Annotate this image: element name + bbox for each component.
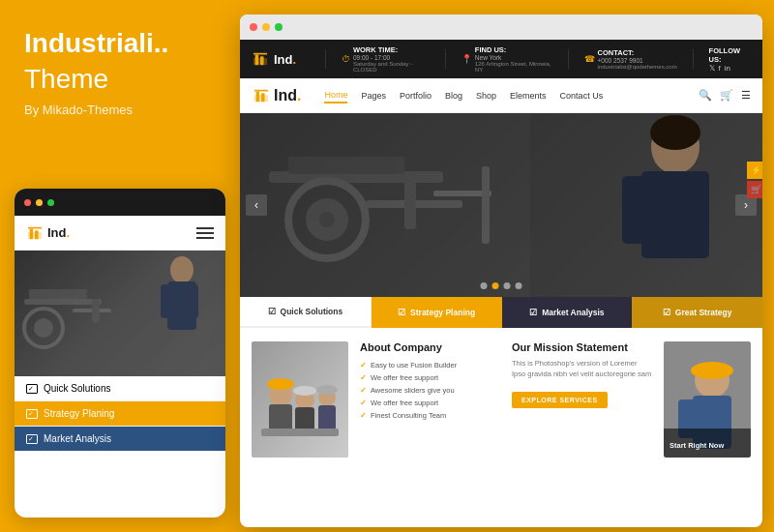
about-company-col: About Company ✓ Easy to use Fusion Build… [360,341,500,508]
contact-email: industrialist@qodethemes.com [598,64,677,70]
check-list: ✓ Easy to use Fusion Builder ✓ We offer … [360,361,500,420]
nav-elements[interactable]: Elements [510,89,547,103]
tab-check-icon [26,384,38,394]
nav-home[interactable]: Home [324,88,347,103]
hero-overlay [240,113,762,297]
mobile-tab-label-3: Market Analysis [44,433,111,444]
facebook-icon[interactable]: f [719,64,721,73]
slider-dot-4[interactable] [516,282,522,289]
browser-dot-minimize[interactable] [262,23,270,31]
social-icons: 𝕏 f in [709,64,751,73]
mobile-nav: Ind. [15,216,225,251]
check-text-3: Awesome sliders give you [371,386,455,395]
check-mark-2: ✓ [360,373,367,382]
mobile-tab-strategy-planing[interactable]: Strategy Planing [15,401,225,427]
mobile-logo-text: Ind. [47,225,70,240]
site-navbar: Ind. Home Pages Portfolio Blog Shop Elem… [240,78,762,113]
topbar-divider-3 [568,49,569,69]
browser-titlebar [240,15,762,40]
svg-rect-15 [255,55,259,66]
hero-side-buttons: ⚡ 🛒 [747,162,762,198]
site-top-logo: Ind. [252,51,310,67]
svg-rect-19 [256,91,260,102]
tab-label-1: Quick Solutions [281,307,343,316]
explore-services-button[interactable]: EXPLORE SERVICES [512,392,608,408]
check-text-4: We offer free support [371,399,438,407]
browser-dot-maximize[interactable] [275,23,283,31]
theme-author: By Mikado-Themes [24,103,208,117]
check-item-2: ✓ We offer free support [360,373,500,382]
twitter-icon[interactable]: 𝕏 [709,64,715,73]
topbar-divider-2 [445,49,446,69]
hero-side-btn-2[interactable]: 🛒 [747,181,762,198]
nav-logo-icon [252,88,271,103]
check-mark-4: ✓ [360,399,367,407]
search-icon[interactable]: 🔍 [699,89,712,102]
about-title: About Company [360,341,500,353]
section-tabs: ☑ Quick Solutions ☑ Strategy Planing ☑ M… [240,297,762,328]
location-icon: 📍 [461,54,472,64]
clock-icon: ⏱ [342,54,350,64]
mission-title: Our Mission Statement [512,341,652,353]
browser-dot-close[interactable] [250,23,257,31]
topbar-social: FOLLOW US: 𝕏 f in [709,46,751,73]
nav-contact[interactable]: Contact Us [560,89,604,103]
tab-check-icon-3 [26,434,38,444]
work-days: Saturday and Sunday - CLOSED [353,61,430,73]
tab-market-analysis[interactable]: ☑ Market Analysis [502,297,633,328]
svg-point-44 [293,386,316,396]
mobile-titlebar [15,189,225,216]
svg-rect-1 [30,228,34,239]
nav-right-icons: 🔍 🛒 ☰ [699,89,751,102]
find-address: 126 Arlington Street, Minneia, NY [475,61,552,73]
mobile-tabs: Quick Solutions Strategy Planing Market … [15,376,225,452]
instagram-icon[interactable]: in [725,64,730,73]
cart-icon[interactable]: 🛒 [720,89,733,102]
mobile-menu-button[interactable] [196,227,214,239]
check-text-5: Finest Consulting Team [371,411,446,420]
tab-icon-1: ☑ [268,307,276,316]
mobile-tab-market-analysis[interactable]: Market Analysis [15,427,225,452]
slider-dot-1[interactable] [481,282,488,289]
hero-prev-button[interactable]: ‹ [246,194,267,216]
slider-dot-3[interactable] [504,282,511,289]
check-mark-3: ✓ [360,386,367,395]
nav-portfolio[interactable]: Portfolio [400,89,432,103]
svg-point-41 [267,378,294,390]
slider-dot-2[interactable] [492,282,499,289]
find-label: FIND US: [475,45,552,54]
mission-col: Our Mission Statement This is Photoshop'… [512,341,652,508]
topbar-worktime: ⏱ WORK TIME: 09:00 - 17:00 Saturday and … [342,45,430,73]
tab-strategy-planing[interactable]: ☑ Strategy Planing [372,297,502,328]
right-image-overlay: Start Right Now [664,429,751,458]
content-area: About Company ✓ Easy to use Fusion Build… [240,328,762,521]
site-logo-text: Ind. [274,52,296,67]
menu-icon[interactable]: ☰ [741,89,751,102]
svg-rect-3 [28,226,42,228]
mission-text: This is Photoshop's version of Loremer I… [512,359,652,379]
hero-slider: ‹ › ⚡ 🛒 [240,113,762,297]
tab-quick-solutions[interactable]: ☑ Quick Solutions [240,297,372,328]
svg-rect-17 [253,53,267,55]
slider-dots [481,282,522,289]
tab-icon-2: ☑ [398,308,405,317]
nav-shop[interactable]: Shop [476,89,496,103]
check-item-5: ✓ Finest Consulting Team [360,411,500,420]
hero-side-btn-1[interactable]: ⚡ [747,162,762,179]
tab-icon-3: ☑ [529,308,537,317]
right-image: Start Right Now [664,341,751,458]
nav-pages[interactable]: Pages [361,89,386,103]
topbar-findus: 📍 FIND US: New York 126 Arlington Street… [461,45,552,73]
mobile-tab-quick-solutions[interactable]: Quick Solutions [15,376,225,401]
svg-rect-20 [261,93,265,102]
tab-great-strategy[interactable]: ☑ Great Strategy [632,297,762,328]
check-text-1: Easy to use Fusion Builder [371,361,457,369]
svg-rect-16 [260,56,264,65]
check-mark-5: ✓ [360,411,367,420]
tab-check-icon-2 [26,409,38,419]
topbar-contact: ☎ CONTACT: +000 2537 9901 industrialist@… [584,48,677,70]
check-item-4: ✓ We offer free support [360,399,500,407]
nav-blog[interactable]: Blog [445,89,462,103]
nav-logo-text: Ind. [274,87,301,104]
tab-label-2: Strategy Planing [410,308,475,317]
